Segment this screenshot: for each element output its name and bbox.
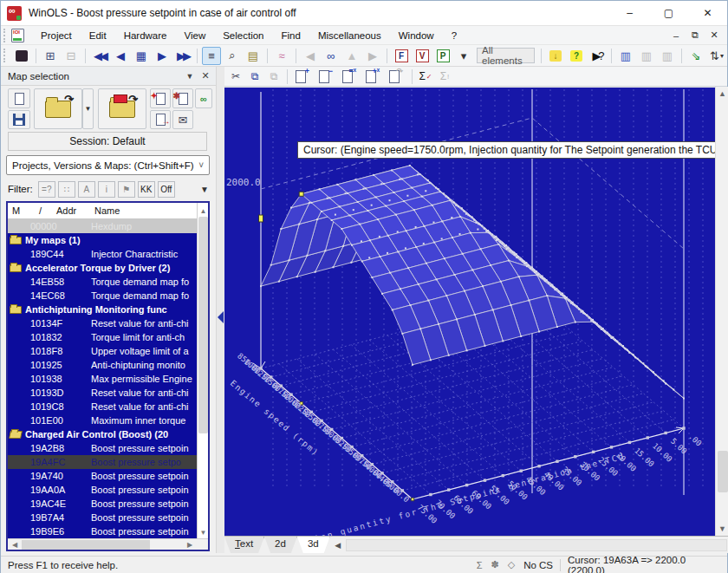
search-hex-icon[interactable]: ▲ [342, 47, 361, 65]
filter-button-x[interactable]: ⚑ [118, 181, 135, 198]
map-wizard-button[interactable]: ✱ [172, 88, 193, 108]
folder-row[interactable]: Antichiptuning Monitoring func [8, 303, 197, 316]
filter-button-=?[interactable]: =? [38, 181, 55, 198]
projects-versions-maps-combo[interactable]: Projects, Versions & Maps: (Ctrl+Shift+F… [6, 155, 210, 175]
close-button[interactable]: ✕ [688, 1, 727, 25]
mail-settings-button[interactable]: ✉ [172, 110, 193, 129]
map-grid-button[interactable]: ▦ [132, 47, 151, 65]
element-filter-combo[interactable]: All elements [477, 48, 535, 63]
tab-3d[interactable]: 3d [297, 537, 330, 553]
map-row[interactable]: 19AC4EBoost pressure setpoin [8, 497, 197, 511]
menu-miscellaneous[interactable]: Miscellaneous [309, 28, 390, 43]
sort-list-icon[interactable]: ⇅▾ [707, 47, 726, 65]
menu-project[interactable]: Project [32, 28, 81, 43]
scroll-thumb-h[interactable] [22, 540, 150, 550]
map-row[interactable]: 19A4FCBoost pressure setpo [8, 455, 197, 469]
filter-projects-icon[interactable]: F [392, 47, 411, 65]
binoculars-icon[interactable]: ∞ [322, 47, 341, 65]
folder-row[interactable]: Accelerator Torque by Driver (2) [8, 261, 197, 275]
hexdump-view-icon[interactable]: ▤ [244, 47, 263, 65]
cut-icon[interactable]: ✂ [227, 68, 244, 85]
menu-selection[interactable]: Selection [214, 28, 272, 43]
panel-close-icon[interactable]: ✕ [198, 70, 212, 81]
map-row[interactable]: 19A740Boost pressure setpoin [8, 469, 197, 483]
checksum-link-icon[interactable]: ≈ [272, 47, 291, 65]
menu-hardware[interactable]: Hardware [115, 28, 176, 43]
filter-button-i[interactable]: i [98, 181, 115, 198]
chart-scroll-up-icon[interactable]: ▲ [716, 87, 728, 101]
map-row[interactable]: 14EC68Torque demand map fo [8, 289, 197, 303]
menu-?[interactable]: ? [443, 28, 465, 43]
filter-versions-icon[interactable]: V [413, 47, 432, 65]
map-row[interactable]: 10193DReset value for anti-chi [8, 386, 197, 400]
map-plus-x-icon[interactable]: +ˣ [362, 68, 380, 85]
map-row[interactable]: 101925Anti-chiptuning monito [8, 358, 197, 372]
folder-row[interactable]: Charged Air Control (Boost) (20 [8, 427, 197, 441]
export-icon[interactable]: ⇘ [686, 47, 705, 65]
chart-scroll-thumb[interactable] [718, 451, 728, 492]
map-row[interactable]: 19AA0ABoost pressure setpoin [8, 483, 197, 497]
first-map-button[interactable]: ◀◀ [90, 47, 109, 65]
paste-icon[interactable]: ⧉ [265, 68, 283, 85]
map-row[interactable]: 101E00Maximum inner torque [8, 413, 197, 427]
scroll-up-icon[interactable]: ▲ [198, 205, 209, 218]
checksum-warn-icon[interactable]: Σ! [436, 68, 453, 85]
col-m[interactable]: M [12, 205, 20, 216]
menu-window[interactable]: Window [390, 28, 443, 43]
open-project-dropdown[interactable]: ▼ [82, 88, 94, 129]
map-row[interactable]: 101938Max permissible Engine [8, 372, 197, 386]
filter-button-off[interactable]: Off [158, 181, 175, 198]
folder-row[interactable]: My maps (1) [8, 233, 197, 247]
new-project-button[interactable] [8, 88, 30, 108]
map-3d-view[interactable]: 2000.0850.01000.01250.01500.01750.02000.… [224, 87, 715, 536]
menu-edit[interactable]: Edit [81, 28, 115, 43]
col-slash[interactable]: / [39, 205, 42, 216]
save-project-button[interactable] [8, 110, 30, 129]
open-project-button[interactable]: ↷ [34, 88, 82, 129]
mdi-close-button[interactable]: ✕ [705, 29, 724, 41]
maximize-button[interactable]: ▢ [649, 1, 688, 25]
tab-scroll-left-icon[interactable]: ◀ [330, 537, 346, 553]
map-row[interactable]: 101832Torque limit for anti-ch [8, 330, 197, 344]
list-horizontal-scrollbar[interactable]: ◀ ▶ [8, 538, 208, 550]
context-help-icon[interactable]: ▶? [588, 47, 607, 65]
map-add-icon[interactable]: + [292, 68, 309, 85]
mdi-restore-button[interactable]: ⧉ [686, 29, 705, 41]
checksum-ok-icon[interactable]: Σ✓ [417, 68, 434, 85]
chart-horizontal-scrollbar[interactable] [346, 539, 727, 551]
filter-more-caret-icon[interactable]: ▼ [200, 185, 209, 194]
new-window-icon[interactable]: ⊞ [41, 47, 60, 65]
chart-vertical-scrollbar[interactable]: ▲ ▼ [715, 87, 728, 536]
ols-hat-icon[interactable] [12, 47, 31, 65]
list-vertical-scrollbar[interactable]: ▲ ▼ [197, 203, 208, 539]
help-icon[interactable]: ? [567, 47, 586, 65]
map-row[interactable]: 1018F8Upper voltage limit of a [8, 344, 197, 358]
tab-2d[interactable]: 2d [264, 537, 297, 553]
map-stats2-icon[interactable]: ▥ [637, 47, 656, 65]
col-addr[interactable]: Addr [56, 205, 76, 216]
menu-find[interactable]: Find [273, 28, 309, 43]
scroll-down-icon[interactable]: ▼ [198, 526, 209, 539]
split-window-icon[interactable]: ⊟ [62, 47, 81, 65]
map-stats3-icon[interactable]: ▥ [658, 47, 677, 65]
col-name[interactable]: Name [94, 205, 120, 216]
map-equal-x-icon[interactable]: =ˣ [339, 68, 356, 85]
filter-button-x[interactable]: ∷ [58, 181, 75, 198]
collapse-left-icon[interactable] [218, 311, 224, 323]
minimize-button[interactable]: – [610, 1, 649, 25]
prev-map-button[interactable]: ◀ [111, 47, 130, 65]
next-map-button[interactable]: ▶ [153, 47, 172, 65]
session-button[interactable]: Session: Default [8, 132, 207, 151]
import-project-button[interactable]: ↷ [98, 88, 146, 129]
map-row[interactable]: 19B7A4Boost pressure setpoin [8, 511, 197, 524]
preview-icon[interactable]: ⌕ [223, 47, 242, 65]
map-row[interactable]: 19B9E6Boost pressure setpoin [8, 524, 197, 538]
add-map-button[interactable]: ✦ [150, 88, 171, 108]
search-maps-button[interactable]: ∞ [195, 88, 212, 108]
tab-text[interactable]: Text [224, 537, 264, 553]
map-row[interactable]: 19A2B8Boost pressure setpoin [8, 441, 197, 455]
chart-scroll-down-icon[interactable]: ▼ [716, 522, 728, 536]
map-row[interactable]: 1019C8Reset value for anti-chi [8, 400, 197, 413]
map-row[interactable]: 00000Hexdump [8, 219, 197, 233]
mdi-minimize-button[interactable]: – [666, 30, 686, 41]
